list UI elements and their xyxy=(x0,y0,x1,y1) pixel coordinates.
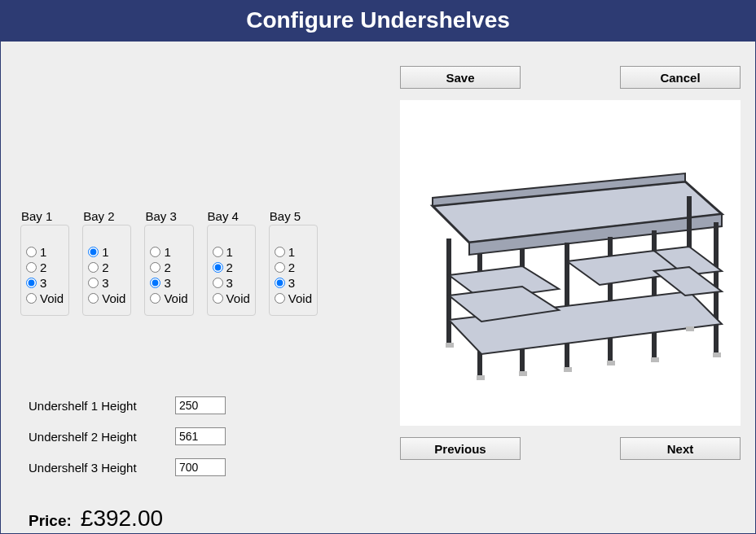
undershelf-2-height-input[interactable] xyxy=(175,427,226,445)
undershelf-3-height-row: Undershelf 3 Height xyxy=(29,458,226,476)
svg-rect-21 xyxy=(607,361,615,365)
next-button[interactable]: Next xyxy=(620,437,741,460)
bay-1-legend: Bay 1 xyxy=(21,209,52,223)
bay-3-option-void[interactable]: Void xyxy=(150,291,187,305)
bay-1-option-label: 3 xyxy=(40,276,46,290)
bay-5-option-label: 1 xyxy=(288,245,295,259)
undershelf-1-height-row: Undershelf 1 Height xyxy=(29,396,226,414)
bay-3-radio-void[interactable] xyxy=(150,293,160,304)
bay-4-option-void[interactable]: Void xyxy=(213,291,250,305)
bay-2-radio-void[interactable] xyxy=(88,293,99,304)
bay-2-option-label: 1 xyxy=(102,245,108,259)
bay-3-option-1[interactable]: 1 xyxy=(150,245,187,259)
bay-3-radio-1[interactable] xyxy=(150,247,160,257)
undershelf-2-height-row: Undershelf 2 Height xyxy=(29,427,226,445)
bay-2-option-1[interactable]: 1 xyxy=(88,245,125,259)
svg-rect-24 xyxy=(713,352,721,357)
bay-3-legend: Bay 3 xyxy=(145,209,176,223)
bay-5-group: Bay 5123Void xyxy=(269,225,318,316)
bay-2-radio-1[interactable] xyxy=(88,247,99,257)
svg-rect-18 xyxy=(477,375,485,380)
bay-4-option-1[interactable]: 1 xyxy=(213,245,250,259)
svg-rect-23 xyxy=(686,326,694,331)
product-preview xyxy=(400,100,741,426)
bay-3-option-3[interactable]: 3 xyxy=(150,276,187,290)
bay-1-option-label: Void xyxy=(40,291,64,305)
bay-5-radio-2[interactable] xyxy=(275,262,285,273)
bay-2-radio-2[interactable] xyxy=(88,262,99,273)
bay-4-option-label: 2 xyxy=(226,260,233,274)
bay-3-radio-3[interactable] xyxy=(150,278,160,288)
bay-5-radio-1[interactable] xyxy=(275,247,285,257)
bay-4-radio-2[interactable] xyxy=(213,262,223,273)
bay-5-option-2[interactable]: 2 xyxy=(275,260,312,274)
bay-4-legend: Bay 4 xyxy=(208,209,239,223)
bay-1-radio-void[interactable] xyxy=(26,293,37,304)
previous-button[interactable]: Previous xyxy=(400,437,521,460)
bay-2-legend: Bay 2 xyxy=(83,209,114,223)
bay-3-option-label: 3 xyxy=(164,276,170,290)
undershelf-2-height-label: Undershelf 2 Height xyxy=(29,430,175,444)
bay-2-group: Bay 2123Void xyxy=(82,225,131,316)
bay-4-option-label: Void xyxy=(226,291,250,305)
svg-rect-17 xyxy=(446,343,454,348)
cancel-button[interactable]: Cancel xyxy=(620,66,741,89)
bay-4-option-3[interactable]: 3 xyxy=(213,276,250,290)
bay-4-option-2[interactable]: 2 xyxy=(213,260,250,274)
bay-3-option-2[interactable]: 2 xyxy=(150,260,187,274)
bay-1-radio-3[interactable] xyxy=(26,278,37,288)
bay-5-option-void[interactable]: Void xyxy=(275,291,312,305)
bay-3-group: Bay 3123Void xyxy=(144,225,193,316)
bay-2-radio-3[interactable] xyxy=(88,278,99,288)
bay-1-option-void[interactable]: Void xyxy=(26,291,64,305)
price-label: Price: xyxy=(29,512,72,529)
bay-3-option-label: 1 xyxy=(164,245,170,259)
bay-1-option-2[interactable]: 2 xyxy=(26,260,64,274)
bay-2-option-label: 2 xyxy=(102,260,108,274)
save-button[interactable]: Save xyxy=(400,66,521,89)
bay-1-option-1[interactable]: 1 xyxy=(26,245,64,259)
bay-1-group: Bay 1123Void xyxy=(20,225,69,316)
bay-5-option-1[interactable]: 1 xyxy=(275,245,312,259)
bay-5-option-label: Void xyxy=(288,291,312,305)
price-value: £392.00 xyxy=(81,506,163,531)
page-title: Configure Undershelves xyxy=(1,1,755,42)
bay-5-option-3[interactable]: 3 xyxy=(275,276,312,290)
undershelf-3-height-label: Undershelf 3 Height xyxy=(29,461,175,475)
bay-4-radio-3[interactable] xyxy=(213,278,223,288)
bay-3-option-label: 2 xyxy=(164,260,170,274)
bay-2-option-3[interactable]: 3 xyxy=(88,276,125,290)
bay-1-radio-2[interactable] xyxy=(26,262,37,273)
bay-5-radio-void[interactable] xyxy=(275,293,285,304)
price-row: Price: £392.00 xyxy=(29,506,163,532)
undershelf-1-height-input[interactable] xyxy=(175,396,226,414)
bay-5-radio-3[interactable] xyxy=(275,278,285,288)
bay-2-option-2[interactable]: 2 xyxy=(88,260,125,274)
bay-3-option-label: Void xyxy=(164,291,187,305)
bay-4-radio-1[interactable] xyxy=(213,247,223,257)
bay-1-option-label: 1 xyxy=(40,245,46,259)
bay-2-option-label: Void xyxy=(102,291,125,305)
svg-rect-20 xyxy=(564,367,572,372)
bay-4-radio-void[interactable] xyxy=(213,293,223,304)
bay-2-option-void[interactable]: Void xyxy=(88,291,125,305)
bay-4-option-label: 3 xyxy=(226,276,233,290)
bay-3-radio-2[interactable] xyxy=(150,262,160,273)
bay-1-option-3[interactable]: 3 xyxy=(26,276,64,290)
bay-1-option-label: 2 xyxy=(40,260,46,274)
bay-5-option-label: 2 xyxy=(288,260,295,274)
svg-rect-22 xyxy=(651,357,659,362)
bay-4-option-label: 1 xyxy=(226,245,233,259)
bay-5-option-label: 3 xyxy=(288,276,295,290)
bay-4-group: Bay 4123Void xyxy=(207,225,256,316)
undershelf-1-height-label: Undershelf 1 Height xyxy=(29,399,175,413)
undershelf-3-height-input[interactable] xyxy=(175,458,226,476)
bay-1-radio-1[interactable] xyxy=(26,247,37,257)
svg-rect-19 xyxy=(519,371,527,376)
bay-5-legend: Bay 5 xyxy=(270,209,301,223)
bay-2-option-label: 3 xyxy=(102,276,108,290)
